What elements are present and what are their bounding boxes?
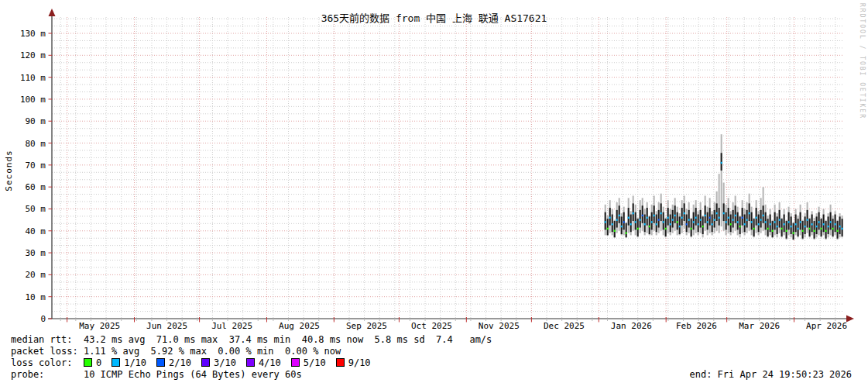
median-tick bbox=[798, 228, 799, 229]
median-tick bbox=[777, 226, 778, 227]
median-tick bbox=[816, 226, 818, 227]
median-tick bbox=[763, 215, 764, 216]
smoke-core bbox=[660, 203, 662, 221]
smoke-core bbox=[672, 210, 674, 228]
axis-ticks bbox=[49, 33, 835, 323]
smoke-core bbox=[788, 212, 790, 230]
median-tick bbox=[795, 223, 797, 225]
median-tick bbox=[746, 219, 748, 220]
loss-color-swatch bbox=[84, 358, 92, 367]
smokeping-graph: 365天前的数据 from 中国 上海 联通 AS17621 Seconds 0… bbox=[0, 0, 868, 383]
median-tick bbox=[630, 223, 632, 225]
smoke-core bbox=[626, 223, 627, 237]
median-tick bbox=[811, 223, 813, 225]
smoke-core bbox=[793, 223, 794, 240]
median-tick bbox=[793, 232, 794, 233]
smoke-core bbox=[821, 219, 822, 236]
median-tick bbox=[700, 219, 702, 220]
smoke-core bbox=[832, 219, 834, 236]
y-axis-arrow bbox=[49, 9, 56, 16]
median-tick bbox=[695, 217, 697, 219]
smoke-core bbox=[670, 215, 671, 233]
smoke-core bbox=[816, 216, 818, 234]
median-tick bbox=[612, 223, 613, 225]
median-tick bbox=[823, 223, 825, 225]
median-tick bbox=[744, 223, 746, 225]
smoke-core bbox=[839, 216, 841, 234]
loss-color-swatch bbox=[246, 358, 255, 367]
smoke-core bbox=[807, 210, 808, 228]
smoke-core bbox=[798, 219, 799, 236]
y-tick-label: 30 m bbox=[26, 248, 46, 258]
median-tick bbox=[765, 221, 767, 223]
smoke-core bbox=[728, 208, 729, 226]
median-tick bbox=[628, 217, 630, 219]
smoke-core bbox=[765, 212, 767, 230]
median-tick bbox=[772, 230, 774, 232]
median-tick bbox=[674, 215, 676, 216]
smoke-core bbox=[658, 210, 660, 228]
smoke-core bbox=[825, 221, 827, 239]
y-tick-labels: 010 m20 m30 m40 m50 m60 m70 m80 m90 m100… bbox=[20, 29, 46, 324]
median-tick bbox=[784, 223, 785, 225]
median-tick bbox=[842, 228, 843, 229]
loss-legend-item: 9/10 bbox=[336, 357, 371, 368]
smoke-core bbox=[684, 203, 685, 221]
median-tick bbox=[739, 226, 741, 227]
smoke-core bbox=[735, 205, 736, 223]
smoke-core bbox=[686, 215, 688, 233]
smoke-core bbox=[842, 219, 843, 236]
grid-minor bbox=[52, 17, 844, 319]
smoke-core bbox=[760, 210, 762, 228]
median-tick bbox=[800, 221, 801, 223]
median-tick bbox=[786, 230, 787, 232]
median-tick bbox=[626, 232, 627, 233]
median-tick bbox=[619, 215, 620, 216]
median-tick bbox=[828, 226, 829, 227]
median-tick bbox=[677, 221, 678, 223]
smoke-core bbox=[800, 212, 801, 230]
smoke-core bbox=[779, 210, 781, 228]
median-tick bbox=[712, 223, 713, 225]
smoke-core bbox=[746, 210, 748, 228]
smoke-core bbox=[823, 215, 825, 233]
smoke-core bbox=[712, 215, 713, 233]
smoke-core bbox=[828, 216, 829, 234]
median-tick bbox=[623, 221, 625, 223]
median-tick bbox=[684, 212, 685, 214]
median-tick bbox=[651, 221, 653, 223]
median-tick bbox=[735, 215, 736, 216]
smoke-core bbox=[647, 208, 648, 226]
median-tick bbox=[839, 226, 841, 227]
smoke-core bbox=[726, 212, 727, 230]
loss-legend-item: 0 bbox=[84, 357, 101, 368]
x-tick-label: Jun 2025 bbox=[146, 321, 187, 331]
smoke-core bbox=[698, 215, 699, 233]
median-tick bbox=[654, 215, 655, 216]
median-tick bbox=[688, 219, 690, 220]
smoke-core bbox=[651, 212, 653, 230]
median-tick bbox=[705, 215, 706, 216]
smoke-core bbox=[621, 216, 623, 234]
median-tick bbox=[770, 223, 771, 225]
x-tick-label: May 2025 bbox=[79, 321, 120, 331]
smoke-core bbox=[758, 215, 760, 233]
smoke-core bbox=[756, 208, 757, 226]
median-tick bbox=[756, 217, 757, 219]
median-tick bbox=[679, 226, 681, 227]
median-tick bbox=[665, 228, 667, 229]
median-tick bbox=[681, 217, 683, 219]
median-tick bbox=[621, 226, 623, 227]
loss-color-swatch bbox=[156, 358, 165, 367]
loss-legend-item: 2/10 bbox=[156, 357, 191, 368]
median-tick bbox=[709, 217, 711, 219]
x-tick-label: Dec 2025 bbox=[544, 321, 585, 331]
smoke-core bbox=[640, 210, 641, 228]
stat-packet-loss: packet loss: 1.11 % avg 5.92 % max 0.00 … bbox=[11, 346, 341, 357]
median-tick bbox=[805, 226, 806, 227]
median-tick bbox=[832, 228, 834, 229]
smoke-core bbox=[786, 221, 787, 239]
median-tick bbox=[788, 221, 790, 223]
loss-legend-item: 1/10 bbox=[112, 357, 146, 368]
median-tick bbox=[791, 226, 792, 227]
